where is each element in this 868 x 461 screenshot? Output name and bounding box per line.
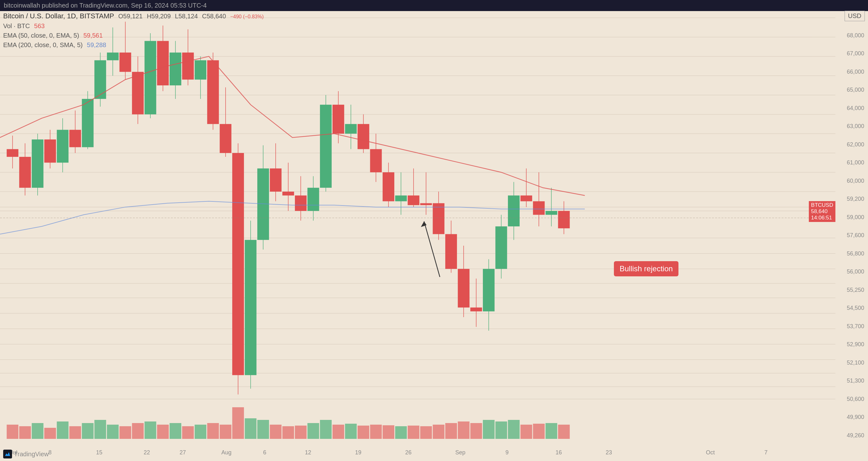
y-axis-label: 64,000 <box>837 105 867 111</box>
tradingview-logo: TradingView <box>3 450 49 458</box>
y-axis-label: 60,000 <box>837 178 867 184</box>
x-axis-label: 26 <box>405 449 411 456</box>
price-badge-symbol: BTCUSD <box>811 202 833 208</box>
price-badge-time: 14:06:51 <box>811 215 833 221</box>
y-axis-label: 59,200 <box>837 196 867 202</box>
x-axis-label: 16 <box>556 449 562 456</box>
y-axis-label: 61,000 <box>837 159 867 166</box>
price-change: −490 (−0.83%) <box>230 14 264 19</box>
y-axis-label: 66,000 <box>837 69 867 75</box>
y-axis-label: 49,260 <box>837 432 867 439</box>
ohlc-open: O59,121 <box>118 13 143 20</box>
current-price-badge: BTCUSD 58,640 14:06:51 <box>809 201 835 222</box>
chart-container: bitcoinwallah published on TradingView.c… <box>0 0 868 461</box>
y-axis-label: 55,250 <box>837 287 867 293</box>
ohlc-close: C58,640 <box>202 13 226 20</box>
published-text: bitcoinwallah published on TradingView.c… <box>4 2 207 9</box>
y-axis-label: 52,100 <box>837 360 867 366</box>
ohlc-high: H59,209 <box>147 13 171 20</box>
price-badge-price: 58,640 <box>811 208 833 215</box>
vol-value: 563 <box>34 23 44 29</box>
y-axis: 69,00068,00067,00066,00065,00064,00063,0… <box>835 11 868 442</box>
x-axis-label: 9 <box>505 449 508 456</box>
y-axis-label: 59,000 <box>837 214 867 221</box>
x-axis-label: Oct <box>706 449 715 456</box>
x-axis-label: 27 <box>180 449 186 456</box>
ema200-line: EMA (200, close, 0, SMA, 5) 59,288 <box>3 40 264 50</box>
tradingview-icon <box>3 450 12 458</box>
ema200-value: 59,288 <box>87 41 106 48</box>
top-bar: bitcoinwallah published on TradingView.c… <box>0 0 868 11</box>
ema50-value: 59,561 <box>83 32 102 39</box>
y-axis-label: 51,300 <box>837 377 867 384</box>
x-axis-label: 12 <box>305 449 311 456</box>
y-axis-label: 67,000 <box>837 50 867 57</box>
x-axis-label: 22 <box>144 449 150 456</box>
y-axis-label: 57,600 <box>837 232 867 239</box>
x-axis: Jul8152227Aug6121926Sep91623Oct7 <box>0 442 868 461</box>
y-axis-label: 53,700 <box>837 323 867 330</box>
ema50-line: EMA (50, close, 0, EMA, 5) 59,561 <box>3 31 264 40</box>
y-axis-label: 56,000 <box>837 268 867 275</box>
y-axis-label: 54,500 <box>837 305 867 311</box>
symbol-title: Bitcoin / U.S. Dollar, 1D, BITSTAMP <box>3 12 114 20</box>
bullish-rejection-label: Bullish rejection <box>614 261 678 276</box>
x-axis-label: 6 <box>263 449 267 456</box>
y-axis-label: 68,000 <box>837 32 867 39</box>
y-axis-label: 65,000 <box>837 87 867 93</box>
chart-title: Bitcoin / U.S. Dollar, 1D, BITSTAMP O59,… <box>3 11 264 21</box>
x-axis-label: Sep <box>455 449 465 456</box>
y-axis-label: 50,600 <box>837 396 867 402</box>
y-axis-label: 52,900 <box>837 341 867 348</box>
ema200-label: EMA (200, close, 0, SMA, 5) <box>3 41 83 48</box>
x-axis-label: 7 <box>765 449 768 456</box>
currency-badge: USD <box>845 11 865 21</box>
x-axis-label: 19 <box>355 449 361 456</box>
svg-rect-0 <box>3 450 12 458</box>
x-axis-label: 15 <box>96 449 102 456</box>
tradingview-text: TradingView <box>14 451 49 458</box>
x-axis-label: 23 <box>606 449 612 456</box>
x-axis-label: 8 <box>49 449 52 456</box>
volume-line: Vol · BTC 563 <box>3 21 264 31</box>
ema50-label: EMA (50, close, 0, EMA, 5) <box>3 32 79 39</box>
y-axis-label: 62,000 <box>837 141 867 148</box>
y-axis-label: 56,800 <box>837 251 867 257</box>
y-axis-label: 49,900 <box>837 414 867 421</box>
price-chart <box>0 11 835 442</box>
y-axis-label: 63,000 <box>837 123 867 130</box>
vol-label: Vol · BTC <box>3 23 30 29</box>
ohlc-low: L58,124 <box>175 13 198 20</box>
chart-header: Bitcoin / U.S. Dollar, 1D, BITSTAMP O59,… <box>3 11 264 50</box>
x-axis-label: Aug <box>221 449 231 456</box>
